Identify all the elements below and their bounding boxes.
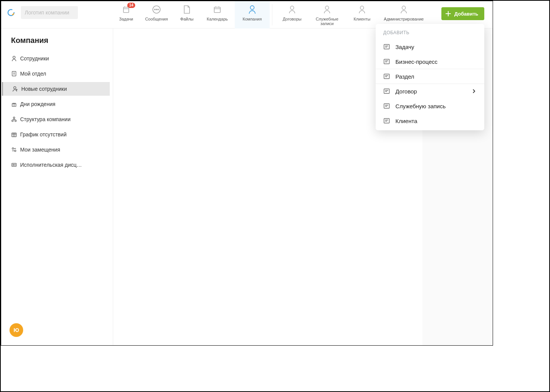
form-icon bbox=[383, 43, 391, 50]
sidebar-item-label: Сотрудники bbox=[20, 55, 49, 62]
dropdown-item-memo[interactable]: Служебную запись bbox=[376, 98, 484, 113]
svg-point-23 bbox=[12, 120, 13, 122]
nav-tab-label: Администрирование bbox=[384, 17, 424, 21]
sidebar-item-my-dept[interactable]: Мой отдел bbox=[2, 67, 110, 81]
add-button[interactable]: Добавить bbox=[441, 7, 484, 20]
company-logo-placeholder[interactable]: Логотип компании bbox=[21, 6, 78, 19]
badge-icon bbox=[10, 162, 18, 168]
svg-rect-25 bbox=[12, 133, 16, 137]
nav-tab-company[interactable]: Компания bbox=[235, 1, 270, 28]
svg-point-29 bbox=[13, 164, 14, 166]
nav-tab-clients[interactable]: Клиенты bbox=[345, 1, 379, 28]
svg-point-24 bbox=[15, 120, 16, 122]
sidebar-item-label: Дни рождения bbox=[20, 101, 55, 107]
admin-icon bbox=[398, 4, 409, 15]
files-icon bbox=[182, 4, 192, 15]
tasks-badge: 14 bbox=[127, 3, 135, 8]
dropdown-item-label: Клиента bbox=[395, 118, 417, 124]
sidebar-item-substitutions[interactable]: Мои замещения bbox=[2, 143, 110, 156]
sidebar-item-structure[interactable]: Структура компании bbox=[2, 112, 110, 126]
dropdown-item-contract[interactable]: Договор bbox=[376, 84, 484, 98]
sidebar-item-employees[interactable]: Сотрудники bbox=[2, 52, 110, 65]
svg-rect-16 bbox=[384, 104, 389, 108]
dropdown-item-label: Служебную запись bbox=[395, 103, 446, 109]
nav-tab-label: Служебные записи bbox=[316, 17, 338, 26]
calendar-grid-icon bbox=[10, 131, 18, 138]
svg-rect-12 bbox=[384, 44, 389, 49]
dropdown-item-section[interactable]: Раздел bbox=[376, 69, 484, 84]
sidebar-title: Компания bbox=[1, 34, 113, 50]
svg-point-8 bbox=[290, 6, 294, 9]
nav-tab-label: Компания bbox=[243, 17, 262, 21]
nav-tab-label: Сообщения bbox=[145, 17, 168, 21]
svg-point-11 bbox=[402, 6, 405, 9]
dropdown-item-label: Раздел bbox=[395, 73, 414, 80]
company-logo-text: Логотип компании bbox=[25, 9, 69, 16]
svg-rect-13 bbox=[384, 59, 389, 64]
clipboard-icon bbox=[10, 71, 18, 77]
sidebar-item-label: Структура компании bbox=[20, 116, 71, 122]
form-icon bbox=[383, 73, 391, 80]
top-bar: Логотип компании 14 Задачи bbox=[1, 1, 493, 28]
nav-tab-files[interactable]: Файлы bbox=[174, 1, 200, 28]
svg-point-5 bbox=[158, 9, 158, 10]
sidebar-item-label: Новые сотрудники bbox=[21, 86, 67, 92]
svg-point-26 bbox=[12, 148, 14, 149]
svg-rect-6 bbox=[214, 7, 220, 13]
nav-tab-label: Задачи bbox=[119, 17, 133, 21]
svg-point-4 bbox=[156, 9, 157, 10]
svg-point-18 bbox=[13, 56, 15, 58]
clients-icon bbox=[357, 4, 367, 15]
svg-rect-14 bbox=[384, 74, 389, 79]
user-avatar[interactable]: Ю bbox=[9, 323, 23, 337]
nav-tab-label: Файлы bbox=[180, 17, 194, 21]
brand-logo-icon bbox=[6, 8, 16, 17]
sidebar-item-new-employees[interactable]: Новые сотрудники bbox=[2, 82, 110, 96]
plus-icon bbox=[445, 11, 451, 17]
dropdown-item-label: Задачу bbox=[395, 44, 414, 50]
svg-point-3 bbox=[155, 9, 155, 10]
form-icon bbox=[383, 88, 391, 95]
nav-tab-memos[interactable]: Служебные записи bbox=[310, 1, 345, 28]
company-icon bbox=[247, 4, 258, 15]
sidebar-item-label: Исполнительская дисц… bbox=[20, 162, 82, 168]
form-icon bbox=[383, 58, 391, 65]
dropdown-item-process[interactable]: Бизнес-процесс bbox=[376, 54, 484, 69]
svg-point-7 bbox=[250, 6, 254, 9]
sidebar-item-discipline[interactable]: Исполнительская дисц… bbox=[2, 158, 110, 172]
nav-tab-contracts[interactable]: Договоры bbox=[275, 1, 310, 28]
svg-rect-15 bbox=[384, 89, 389, 93]
svg-point-20 bbox=[14, 87, 16, 89]
nav-tab-messages[interactable]: Сообщения bbox=[139, 1, 174, 28]
nav-tab-tasks[interactable]: 14 Задачи bbox=[113, 1, 139, 28]
add-button-label: Добавить bbox=[454, 11, 478, 17]
svg-point-27 bbox=[14, 150, 16, 152]
svg-point-10 bbox=[360, 6, 364, 9]
org-icon bbox=[10, 116, 18, 122]
add-dropdown: ДОБАВИТЬ Задачу Бизнес-процесс Раздел bbox=[376, 24, 484, 130]
sidebar-item-label: График отсутствий bbox=[20, 131, 66, 138]
sidebar-item-absence[interactable]: График отсутствий bbox=[2, 128, 110, 141]
gift-icon bbox=[10, 101, 18, 107]
chevron-right-icon bbox=[471, 89, 477, 94]
svg-point-22 bbox=[13, 117, 15, 119]
nav-tab-label: Клиенты bbox=[354, 17, 370, 21]
dropdown-header: ДОБАВИТЬ bbox=[376, 29, 484, 39]
nav-tab-calendar[interactable]: Календарь bbox=[200, 1, 235, 28]
messages-icon bbox=[151, 4, 162, 15]
form-icon bbox=[383, 103, 391, 109]
nav-separator bbox=[272, 4, 272, 25]
person-add-icon bbox=[11, 86, 19, 92]
sidebar-item-birthdays[interactable]: Дни рождения bbox=[2, 97, 110, 111]
form-icon bbox=[383, 117, 391, 124]
dropdown-item-label: Бизнес-процесс bbox=[395, 58, 438, 65]
memos-icon bbox=[322, 4, 332, 15]
person-icon bbox=[10, 55, 18, 62]
dropdown-item-client[interactable]: Клиента bbox=[376, 113, 484, 128]
dropdown-item-task[interactable]: Задачу bbox=[376, 39, 484, 54]
logo-block: Логотип компании bbox=[1, 1, 113, 24]
swap-icon bbox=[10, 147, 18, 153]
contracts-icon bbox=[287, 4, 297, 15]
svg-point-9 bbox=[325, 6, 329, 9]
dropdown-item-label: Договор bbox=[395, 88, 417, 95]
